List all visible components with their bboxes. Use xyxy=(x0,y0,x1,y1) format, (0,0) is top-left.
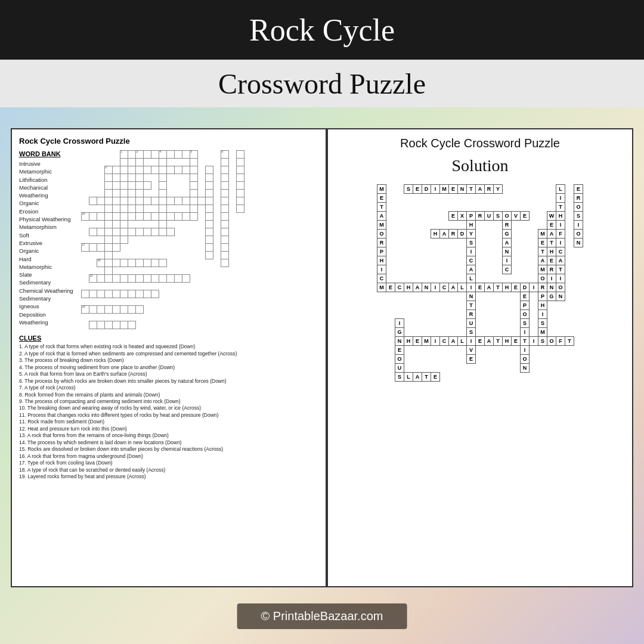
solution-cell xyxy=(404,247,413,256)
solution-cell xyxy=(404,212,413,221)
clue-item: 4. The process of moving sediment from o… xyxy=(19,364,318,371)
solution-cell xyxy=(413,194,422,203)
solution-cell xyxy=(458,301,467,310)
solution-cell xyxy=(431,274,440,283)
solution-cell xyxy=(476,221,485,230)
solution-cell xyxy=(422,230,431,239)
solution-cell xyxy=(476,346,485,355)
solution-cell: E xyxy=(538,239,547,247)
solution-cell: N xyxy=(395,337,404,346)
solution-cell xyxy=(395,256,404,265)
solution-cell: E xyxy=(574,185,583,194)
solution-cell: N xyxy=(458,185,467,194)
solution-cell: W xyxy=(547,212,556,221)
solution-cell xyxy=(494,355,503,364)
solution-cell xyxy=(485,221,494,230)
solution-cell xyxy=(449,247,458,256)
solution-cell: T xyxy=(547,239,556,247)
solution-cell xyxy=(512,185,521,194)
solution-cell: E xyxy=(449,212,458,221)
solution-cell: H xyxy=(538,301,547,310)
solution-cell xyxy=(476,230,485,239)
solution-cell xyxy=(449,346,458,355)
solution-cell xyxy=(547,373,556,382)
solution-cell: A xyxy=(476,185,485,194)
solution-cell: Y xyxy=(467,230,476,239)
solution-cell xyxy=(386,185,395,194)
solution-cell xyxy=(458,346,467,355)
solution-cell xyxy=(404,355,413,364)
solution-cell xyxy=(395,265,404,274)
solution-cell xyxy=(422,212,431,221)
solution-cell xyxy=(440,364,449,373)
solution-cell xyxy=(377,310,386,319)
solution-cell xyxy=(503,364,512,373)
solution-cell xyxy=(476,203,485,212)
solution-cell xyxy=(530,265,538,274)
solution-cell: A xyxy=(449,283,458,292)
solution-cell xyxy=(521,274,530,283)
solution-cell xyxy=(547,346,556,355)
solution-cell xyxy=(574,292,583,301)
solution-cell xyxy=(565,230,574,239)
solution-cell: L xyxy=(458,337,467,346)
solution-cell: I xyxy=(431,337,440,346)
solution-cell xyxy=(476,274,485,283)
clue-item: 5. A rock that forms from lava on Earth'… xyxy=(19,371,318,377)
solution-cell: E xyxy=(547,256,556,265)
solution-cell xyxy=(476,292,485,301)
solution-cell xyxy=(467,364,476,373)
solution-cell xyxy=(547,301,556,310)
solution-cell: A xyxy=(538,256,547,265)
left-panel-inner: WORD BANK IntrusiveMetamorphicLithificat… xyxy=(19,150,318,331)
solution-cell xyxy=(413,292,422,301)
solution-cell xyxy=(538,221,547,230)
solution-cell: P xyxy=(467,212,476,221)
solution-cell: U xyxy=(467,319,476,328)
word-bank-title: WORD BANK xyxy=(19,150,79,157)
solution-cell xyxy=(422,256,431,265)
solution-cell xyxy=(404,301,413,310)
solution-cell xyxy=(413,301,422,310)
solution-cell xyxy=(413,230,422,239)
solution-cell xyxy=(485,265,494,274)
solution-cell: P xyxy=(538,292,547,301)
clue-item: 8. Rock formed from the remains of plant… xyxy=(19,392,318,398)
solution-cell: S xyxy=(395,373,404,382)
solution-cell xyxy=(386,239,395,247)
solution-cell xyxy=(458,239,467,247)
solution-cell xyxy=(476,328,485,337)
solution-cell xyxy=(377,364,386,373)
solution-cell xyxy=(574,256,583,265)
solution-cell xyxy=(476,355,485,364)
solution-cell xyxy=(485,230,494,239)
solution-cell xyxy=(431,265,440,274)
solution-cell: C xyxy=(440,283,449,292)
solution-cell xyxy=(512,319,521,328)
solution-cell: A xyxy=(413,283,422,292)
solution-cell xyxy=(521,185,530,194)
solution-cell xyxy=(395,221,404,230)
solution-cell xyxy=(395,310,404,319)
solution-cell xyxy=(413,256,422,265)
solution-cell: L xyxy=(556,185,565,194)
solution-cell xyxy=(386,292,395,301)
crossword-grid: 1345621017181519 xyxy=(81,150,318,329)
solution-cell: T xyxy=(422,373,431,382)
solution-cell xyxy=(431,364,440,373)
solution-cell xyxy=(521,230,530,239)
solution-cell: C xyxy=(556,247,565,256)
solution-cell: I xyxy=(467,283,476,292)
solution-cell xyxy=(449,221,458,230)
solution-cell: R xyxy=(485,185,494,194)
solution-cell xyxy=(574,301,583,310)
solution-cell xyxy=(395,301,404,310)
solution-cell xyxy=(512,194,521,203)
solution-cell: I xyxy=(431,283,440,292)
right-panel: Rock Cycle Crossword Puzzle Solution MSE… xyxy=(327,128,633,587)
solution-cell xyxy=(494,230,503,239)
solution-cell: C xyxy=(503,265,512,274)
solution-cell xyxy=(431,310,440,319)
solution-cell xyxy=(449,310,458,319)
solution-cell: I xyxy=(431,185,440,194)
